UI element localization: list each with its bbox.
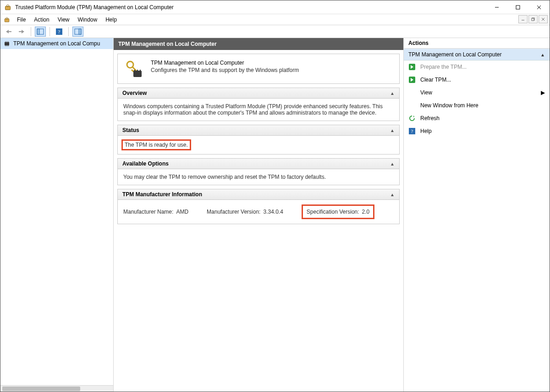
manufacturer-info-group: TPM Manufacturer Information ▲ Manufactu… (117, 189, 400, 224)
window-title: Trusted Platform Module (TPM) Management… (15, 4, 174, 11)
minimize-button[interactable] (486, 0, 507, 14)
svg-rect-21 (5, 42, 9, 45)
tpm-node-icon (3, 40, 11, 47)
available-options-title: Available Options (122, 160, 169, 167)
arrow-right-green-icon (408, 63, 416, 71)
action-label: Refresh (420, 115, 440, 121)
manufacturer-name-label: Manufacturer Name: (123, 209, 173, 215)
action-clear-tpm[interactable]: Clear TPM... (404, 73, 550, 86)
menu-window[interactable]: Window (74, 15, 101, 24)
manufacturer-name-value: AMD (176, 209, 188, 215)
spec-version-label: Specification Version: (307, 209, 359, 215)
blank-icon (408, 89, 416, 96)
manufacturer-version-label: Manufacturer Version: (207, 209, 260, 215)
action-label: Help (420, 128, 432, 134)
svg-text:?: ? (411, 128, 413, 134)
intro-panel: TPM Management on Local Computer Configu… (117, 54, 400, 84)
key-chip-icon (123, 59, 143, 79)
collapse-icon: ▲ (390, 192, 395, 197)
status-title: Status (122, 127, 139, 133)
svg-rect-3 (516, 6, 520, 9)
overview-title: Overview (122, 90, 147, 96)
actions-section-header[interactable]: TPM Management on Local Computer ▲ (404, 49, 550, 61)
overview-group: Overview ▲ Windows computers containing … (117, 88, 400, 121)
mdi-minimize-button[interactable] (518, 15, 528, 23)
console-tree-pane: TPM Management on Local Compu (0, 38, 114, 392)
mdi-close-button[interactable] (539, 15, 548, 23)
menu-view[interactable]: View (54, 15, 73, 24)
show-hide-console-tree-button[interactable] (35, 27, 46, 37)
available-options-group: Available Options ▲ You may clear the TP… (117, 158, 400, 185)
show-hide-action-pane-button[interactable] (72, 27, 83, 37)
status-group: Status ▲ The TPM is ready for use. (117, 125, 400, 155)
intro-description: Configures the TPM and its support by th… (151, 67, 299, 73)
svg-rect-14 (19, 31, 22, 32)
collapse-icon: ▲ (390, 91, 395, 96)
blank-icon (408, 102, 416, 109)
toolbar-separator (68, 27, 69, 36)
intro-title: TPM Management on Local Computer (151, 60, 299, 66)
arrow-right-green-icon (408, 76, 416, 83)
close-button[interactable] (528, 0, 550, 14)
manufacturer-info-title: TPM Manufacturer Information (122, 191, 202, 198)
svg-rect-20 (79, 29, 81, 34)
svg-rect-16 (37, 29, 39, 34)
action-label: Prepare the TPM... (420, 64, 467, 70)
overview-header[interactable]: Overview ▲ (118, 88, 399, 99)
menu-action[interactable]: Action (30, 15, 53, 24)
help-icon: ? (408, 127, 416, 135)
toolbar-separator (50, 27, 50, 36)
svg-rect-13 (9, 31, 11, 32)
available-options-header[interactable]: Available Options ▲ (118, 159, 399, 169)
svg-rect-29 (133, 71, 142, 77)
collapse-icon: ▲ (390, 128, 395, 133)
action-prepare-tpm[interactable]: Prepare the TPM... (404, 61, 550, 73)
actions-header: Actions (404, 38, 550, 49)
mdi-restore-button[interactable] (528, 15, 538, 23)
available-options-body: You may clear the TPM to remove ownershi… (118, 169, 399, 185)
action-view[interactable]: View ▶ (404, 86, 550, 99)
forward-button[interactable] (16, 27, 27, 37)
details-header: TPM Management on Local Computer (114, 38, 403, 50)
toolbar-separator (31, 27, 31, 36)
manufacturer-info-header[interactable]: TPM Manufacturer Information ▲ (118, 189, 399, 200)
tree-root-tpm-management[interactable]: TPM Management on Local Compu (0, 38, 113, 49)
actions-section-title: TPM Management on Local Computer (408, 51, 501, 58)
collapse-icon: ▲ (540, 52, 545, 57)
maximize-button[interactable] (507, 0, 528, 14)
actions-pane: Actions TPM Management on Local Computer… (404, 38, 550, 392)
manufacturer-version-value: 3.34.0.4 (263, 209, 283, 215)
action-label: New Window from Here (420, 102, 478, 109)
tree-root-label: TPM Management on Local Compu (13, 40, 100, 47)
submenu-arrow-icon: ▶ (541, 89, 545, 96)
horizontal-scrollbar[interactable] (0, 385, 113, 392)
tpm-app-icon (4, 4, 11, 11)
details-pane: TPM Management on Local Computer (114, 38, 404, 392)
scrollbar-thumb[interactable] (2, 386, 80, 391)
back-button[interactable] (3, 27, 14, 37)
refresh-icon (408, 115, 416, 122)
spec-version-value: 2.0 (362, 209, 370, 215)
action-label: View (420, 89, 432, 96)
svg-text:?: ? (58, 29, 60, 34)
menu-help[interactable]: Help (102, 15, 121, 24)
spec-version-highlight: Specification Version: 2.0 (302, 204, 374, 219)
action-refresh[interactable]: Refresh (404, 112, 550, 125)
tpm-app-icon (3, 16, 11, 23)
title-bar: Trusted Platform Module (TPM) Management… (0, 0, 550, 14)
action-label: Clear TPM... (420, 77, 451, 83)
overview-body: Windows computers containing a Trusted P… (118, 99, 399, 121)
collapse-icon: ▲ (390, 161, 395, 166)
menu-bar: File Action View Window Help (0, 14, 550, 25)
action-new-window[interactable]: New Window from Here (404, 99, 550, 112)
action-help[interactable]: ? Help (404, 125, 550, 138)
status-text: The TPM is ready for use. (121, 139, 191, 150)
toolbar: ? (0, 25, 550, 38)
status-header[interactable]: Status ▲ (118, 125, 399, 136)
help-button[interactable]: ? (54, 27, 65, 37)
menu-file[interactable]: File (13, 15, 29, 24)
svg-rect-10 (532, 18, 534, 21)
